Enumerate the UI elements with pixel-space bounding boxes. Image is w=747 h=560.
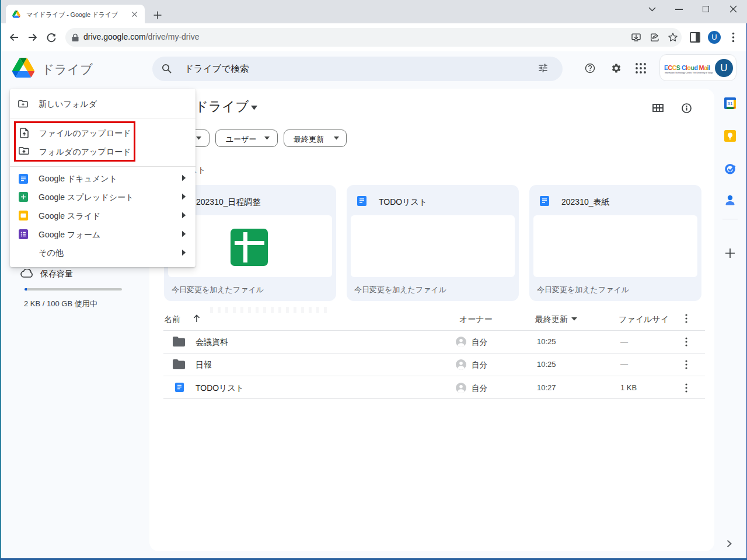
- svg-text:31: 31: [728, 101, 733, 106]
